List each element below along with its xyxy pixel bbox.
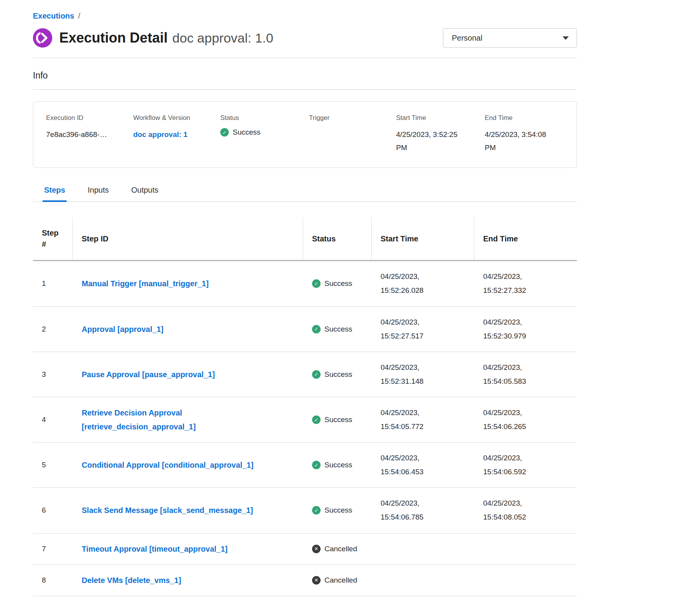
status-icon xyxy=(312,576,321,585)
step-link[interactable]: Delete VMs [delete_vms_1] xyxy=(82,573,181,587)
info-execution-id: Execution ID 7e8ac396-a868-… xyxy=(46,114,133,154)
steps-table: Step # Step ID Status Start Time End Tim… xyxy=(33,217,577,596)
status-badge: Cancelled xyxy=(303,536,372,562)
scope-dropdown-value: Personal xyxy=(452,34,482,43)
status-label: Cancelled xyxy=(324,576,357,585)
end-time-cell xyxy=(474,572,577,589)
table-row: 6 Slack Send Message [slack_send_message… xyxy=(33,488,577,533)
step-number: 6 xyxy=(33,497,73,523)
start-time-cell xyxy=(372,572,474,589)
success-check-icon xyxy=(220,128,229,137)
breadcrumb-executions-link[interactable]: Executions xyxy=(33,12,74,21)
step-link[interactable]: Slack Send Message [slack_send_message_1… xyxy=(82,503,253,517)
status-label: Success xyxy=(324,415,352,424)
scope-dropdown[interactable]: Personal xyxy=(443,28,577,48)
info-status-value: Success xyxy=(233,128,261,137)
col-header-end-time: End Time xyxy=(474,217,577,260)
step-number: 7 xyxy=(33,536,73,562)
step-link[interactable]: Conditional Approval [conditional_approv… xyxy=(82,458,254,472)
info-start-time: Start Time 4/25/2023, 3:52:25 PM xyxy=(396,114,485,154)
table-row: 2 Approval [approval_1] Success 04/25/20… xyxy=(33,307,577,352)
status-icon xyxy=(312,415,321,424)
status-label: Success xyxy=(324,279,352,288)
start-time-cell xyxy=(372,540,474,557)
info-status-label: Status xyxy=(220,114,309,122)
tab-outputs[interactable]: Outputs xyxy=(130,183,160,202)
info-workflow: Workflow & Version doc approval: 1 xyxy=(133,114,220,154)
end-time-cell: 04/25/2023, 15:52:27.332 xyxy=(474,261,577,306)
status-badge: Success xyxy=(303,407,372,433)
step-link[interactable]: Pause Approval [pause_approval_1] xyxy=(82,368,215,381)
start-time-cell: 04/25/2023, 15:52:26.028 xyxy=(372,261,474,306)
workflow-version-link[interactable]: doc approval: 1 xyxy=(133,130,187,138)
info-divider xyxy=(33,89,577,90)
step-link[interactable]: Timeout Approval [timeout_approval_1] xyxy=(82,542,228,556)
start-time-cell: 04/25/2023, 15:54:06.453 xyxy=(372,443,474,487)
info-card: Execution ID 7e8ac396-a868-… Workflow & … xyxy=(33,101,577,168)
status-badge: Success xyxy=(303,362,372,387)
status-badge: Success xyxy=(303,497,372,523)
status-icon xyxy=(312,545,321,553)
info-end-time-value: 4/25/2023, 3:54:08 PM xyxy=(485,128,558,154)
title-group: Execution Detaildoc approval: 1.0 xyxy=(33,28,273,48)
status-label: Success xyxy=(324,325,352,333)
status-badge: Success xyxy=(303,316,372,342)
page-subtitle: doc approval: 1.0 xyxy=(172,31,273,45)
info-execution-id-label: Execution ID xyxy=(46,114,133,122)
col-header-step-id: Step ID xyxy=(73,217,303,260)
end-time-cell: 04/25/2023, 15:54:08.052 xyxy=(474,488,577,533)
workflow-brand-icon xyxy=(33,28,52,48)
status-icon xyxy=(312,370,321,379)
table-row: 7 Timeout Approval [timeout_approval_1] … xyxy=(33,533,577,565)
breadcrumb-separator: / xyxy=(78,12,81,21)
status-icon xyxy=(312,506,321,515)
start-time-cell: 04/25/2023, 15:52:27.517 xyxy=(372,307,474,352)
table-row: 3 Pause Approval [pause_approval_1] Succ… xyxy=(33,352,577,397)
start-time-cell: 04/25/2023, 15:52:31.148 xyxy=(372,352,474,397)
table-row: 1 Manual Trigger [manual_trigger_1] Succ… xyxy=(33,261,577,306)
status-badge: Success xyxy=(303,452,372,478)
table-row: 4 Retrieve Decision Approval [retrieve_d… xyxy=(33,397,577,443)
step-number: 1 xyxy=(33,271,73,296)
step-link[interactable]: Retrieve Decision Approval [retrieve_dec… xyxy=(82,406,296,434)
info-end-time: End Time 4/25/2023, 3:54:08 PM xyxy=(485,114,569,154)
start-time-cell: 04/25/2023, 15:54:05.772 xyxy=(372,397,474,442)
status-icon xyxy=(312,325,321,333)
page-title: Execution Detail xyxy=(59,30,168,46)
info-status: Status Success xyxy=(220,114,309,154)
info-end-time-label: End Time xyxy=(485,114,569,122)
steps-table-header: Step # Step ID Status Start Time End Tim… xyxy=(33,217,577,261)
col-header-start-time: Start Time xyxy=(372,217,474,260)
info-workflow-label: Workflow & Version xyxy=(133,114,220,122)
status-icon xyxy=(312,279,321,288)
end-time-cell xyxy=(474,540,577,557)
info-start-time-label: Start Time xyxy=(396,114,485,122)
end-time-cell: 04/25/2023, 15:54:06.265 xyxy=(474,397,577,442)
status-label: Success xyxy=(324,461,352,469)
col-header-status: Status xyxy=(303,217,372,260)
info-trigger: Trigger xyxy=(309,114,396,154)
step-number: 2 xyxy=(33,316,73,342)
tab-inputs[interactable]: Inputs xyxy=(86,183,110,202)
step-number: 5 xyxy=(33,452,73,478)
status-badge: Success xyxy=(303,271,372,296)
step-link[interactable]: Manual Trigger [manual_trigger_1] xyxy=(82,277,209,291)
chevron-down-icon xyxy=(563,36,569,40)
step-number: 3 xyxy=(33,362,73,387)
info-start-time-value: 4/25/2023, 3:52:25 PM xyxy=(396,128,470,154)
col-header-step-num: Step # xyxy=(33,217,73,260)
end-time-cell: 04/25/2023, 15:54:06.592 xyxy=(474,443,577,487)
step-link[interactable]: Approval [approval_1] xyxy=(82,322,163,336)
execution-detail-page: Executions / Execution Detaildoc approva… xyxy=(33,0,577,596)
status-label: Success xyxy=(324,370,352,379)
end-time-cell: 04/25/2023, 15:52:30.979 xyxy=(474,307,577,352)
title-row: Execution Detaildoc approval: 1.0 Person… xyxy=(33,28,577,48)
step-number: 4 xyxy=(33,407,73,433)
info-execution-id-value: 7e8ac396-a868-… xyxy=(46,128,133,141)
step-number: 8 xyxy=(33,568,73,593)
info-section-title: Info xyxy=(33,70,577,81)
detail-tabs: Steps Inputs Outputs xyxy=(33,183,577,202)
status-label: Cancelled xyxy=(324,545,357,553)
tab-steps[interactable]: Steps xyxy=(43,183,67,202)
status-label: Success xyxy=(324,506,352,515)
